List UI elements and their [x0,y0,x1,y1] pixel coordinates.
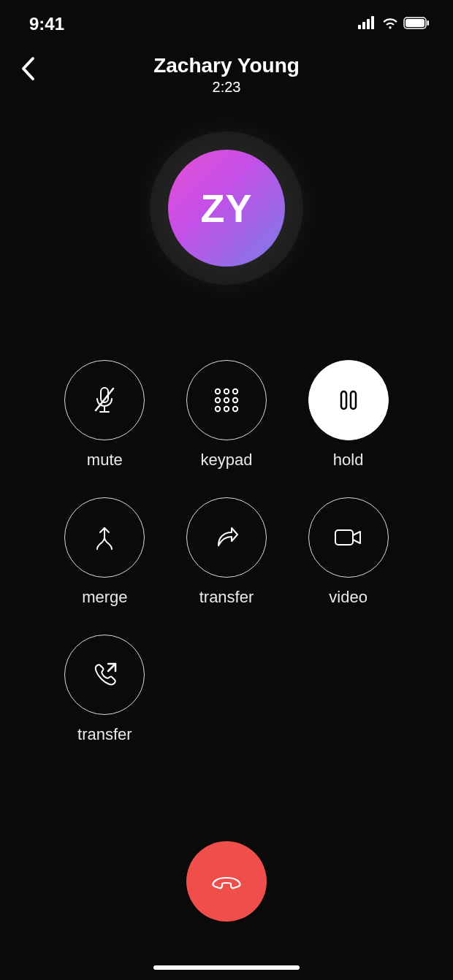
svg-point-12 [224,389,229,394]
caller-name: Zachary Young [0,54,453,77]
share-arrow-icon [211,522,242,553]
video-icon [331,524,366,551]
svg-point-11 [216,389,220,394]
svg-point-16 [233,398,237,402]
keypad-button[interactable]: keypad [172,360,281,470]
call-controls: mute keypad hold [0,360,453,744]
svg-line-23 [108,664,115,671]
svg-rect-5 [406,19,425,27]
svg-rect-3 [371,16,374,29]
back-button[interactable] [13,54,42,83]
keypad-label: keypad [201,451,253,470]
merge-icon [88,521,121,554]
svg-point-17 [216,407,220,411]
svg-rect-20 [341,391,346,409]
video-label: video [329,588,368,607]
avatar-ring: ZY [132,113,321,303]
svg-rect-2 [367,19,370,29]
pause-icon [334,386,363,415]
merge-label: merge [82,588,127,607]
call-transfer-label: transfer [77,725,132,744]
svg-point-14 [216,398,220,402]
mute-label: mute [87,451,123,470]
transfer-label: transfer [199,588,254,607]
chevron-left-icon [20,56,36,81]
status-bar: 9:41 [0,0,453,41]
mute-icon [87,383,122,418]
call-transfer-button[interactable]: transfer [50,635,159,744]
svg-point-18 [224,407,229,411]
svg-point-15 [224,398,229,402]
wifi-icon [381,16,399,32]
svg-rect-6 [427,20,430,26]
battery-icon [403,17,430,32]
call-header: Zachary Young 2:23 [0,41,453,100]
end-call-button[interactable] [186,841,267,922]
svg-rect-22 [335,530,353,545]
avatar-container: ZY [0,113,453,303]
svg-rect-1 [362,22,365,29]
phone-transfer-icon [88,658,121,692]
hold-button[interactable]: hold [294,360,403,470]
keypad-icon [210,383,243,417]
cellular-icon [358,16,377,32]
call-duration: 2:23 [0,79,453,96]
end-call-container [0,841,453,922]
svg-rect-21 [351,391,356,409]
svg-point-13 [233,389,237,394]
mute-button[interactable]: mute [50,360,159,470]
phone-hangup-icon [206,861,247,902]
svg-rect-0 [358,25,361,29]
svg-point-19 [233,407,237,411]
avatar-initials: ZY [200,185,252,231]
video-button[interactable]: video [294,497,403,607]
status-right [358,16,430,32]
home-indicator[interactable] [153,965,300,970]
merge-button[interactable]: merge [50,497,159,607]
status-time: 9:41 [29,14,64,34]
hold-label: hold [333,451,364,470]
avatar: ZY [168,150,285,267]
transfer-button[interactable]: transfer [172,497,281,607]
